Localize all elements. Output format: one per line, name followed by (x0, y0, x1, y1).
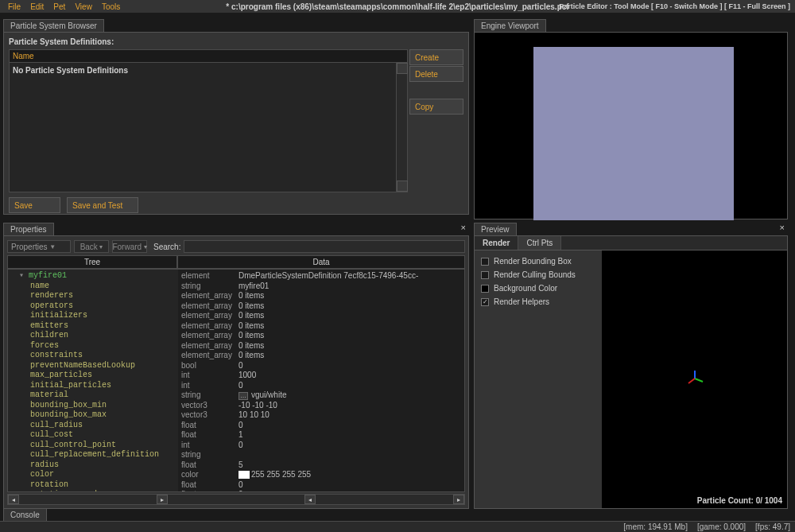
property-data-item[interactable]: vector3-10 -10 -10 (178, 401, 464, 411)
property-data-item[interactable]: stringmyfire01 (178, 282, 464, 292)
property-tree-item[interactable]: cull_cost (11, 430, 178, 441)
menu-tools[interactable]: Tools (97, 2, 125, 12)
render-helpers-checkbox[interactable] (481, 298, 489, 306)
search-input[interactable] (184, 240, 465, 253)
save-and-test-button[interactable]: Save and Test (67, 197, 138, 213)
preview-close-icon[interactable]: × (780, 223, 785, 232)
property-tree-item[interactable]: initializers (11, 311, 178, 321)
menu-file[interactable]: File (3, 2, 25, 12)
menu-pet[interactable]: Pet (48, 2, 70, 12)
property-tree-item[interactable]: initial_particles (11, 381, 178, 391)
scroll-right-button-2[interactable]: ▸ (453, 495, 464, 504)
render-helpers-label: Render Helpers (494, 297, 549, 306)
copy-button[interactable]: Copy (409, 99, 463, 115)
properties-hscrollbar[interactable]: ◂ ▸ ◂ ▸ (7, 494, 465, 505)
status-mem: [mem: 194.91 Mb] (623, 522, 688, 531)
property-data-item[interactable]: string (178, 450, 464, 460)
scroll-left-button[interactable]: ◂ (8, 495, 19, 504)
properties-combo[interactable]: Properties ▼ (7, 240, 71, 253)
property-tree-item[interactable]: operators (11, 301, 178, 312)
particle-count: Particle Count: 0/ 1004 (697, 496, 782, 505)
scroll-up-button[interactable] (397, 63, 408, 74)
property-data-item[interactable]: bool0 (178, 361, 464, 371)
property-data-item[interactable]: float0 (178, 490, 464, 491)
psb-tab[interactable]: Particle System Browser (3, 19, 104, 32)
background-color-swatch[interactable] (481, 285, 489, 293)
preview-tab[interactable]: Preview (474, 223, 517, 235)
bounding-box-checkbox[interactable] (481, 258, 489, 266)
property-tree-item[interactable]: preventNameBasedLookup (11, 361, 178, 371)
property-data-item[interactable]: int0 (178, 381, 464, 391)
preview-viewport[interactable]: Particle Count: 0/ 1004 (602, 250, 787, 508)
create-button[interactable]: Create (409, 49, 463, 65)
property-tree-item[interactable]: color (11, 470, 178, 480)
property-tree-item[interactable]: cull_replacement_definition (11, 450, 178, 460)
property-data-item[interactable]: element_array0 items (178, 331, 464, 341)
property-tree-item[interactable]: material (11, 390, 178, 401)
property-tree-item[interactable]: emitters (11, 321, 178, 332)
property-tree-item[interactable]: max_particles (11, 371, 178, 381)
psb-empty-message: No Particle System Definitions (10, 63, 407, 78)
property-root-node[interactable]: myfire01 (11, 271, 178, 282)
property-data-item[interactable]: element_array0 items (178, 351, 464, 361)
svg-line-2 (688, 379, 695, 383)
properties-tab[interactable]: Properties (3, 223, 54, 235)
property-data-item[interactable]: float5 (178, 460, 464, 471)
scroll-left-button-2[interactable]: ◂ (304, 495, 316, 504)
property-tree-item[interactable]: cull_radius (11, 421, 178, 431)
viewport-render-area (533, 47, 734, 220)
property-row[interactable]: elementDmeParticleSystemDefinition 7ecf8… (178, 271, 464, 282)
data-column-header[interactable]: Data (177, 255, 465, 269)
property-tree-item[interactable]: cull_control_point (11, 441, 178, 451)
engine-viewport[interactable] (474, 32, 788, 219)
delete-button[interactable]: Delete (409, 66, 463, 82)
psb-definitions-list[interactable]: Name No Particle System Definitions (9, 49, 408, 192)
search-label: Search: (153, 243, 180, 251)
property-data-item[interactable]: element_array0 items (178, 311, 464, 321)
menu-view[interactable]: View (70, 2, 97, 12)
property-data-item[interactable]: element_array0 items (178, 341, 464, 351)
save-button[interactable]: Save (9, 197, 60, 213)
menu-edit[interactable]: Edit (25, 2, 48, 12)
culling-bounds-checkbox[interactable] (481, 271, 489, 279)
property-data-item[interactable]: element_array0 items (178, 291, 464, 301)
culling-bounds-label: Render Culling Bounds (494, 270, 576, 279)
ctrl-pts-tab[interactable]: Ctrl Pts (518, 236, 561, 250)
property-data-item[interactable]: float0 (178, 480, 464, 491)
properties-close-icon[interactable]: × (461, 223, 466, 232)
property-data-item[interactable]: element_array0 items (178, 301, 464, 312)
psb-scrollbar[interactable] (396, 63, 407, 192)
viewport-tab[interactable]: Engine Viewport (474, 19, 546, 32)
property-data-item[interactable]: color255 255 255 255 (178, 470, 464, 480)
property-tree-item[interactable]: name (11, 282, 178, 292)
properties-grid[interactable]: myfire01namerenderersoperatorsinitialize… (7, 269, 465, 492)
scroll-right-button[interactable]: ▸ (157, 495, 168, 504)
property-data-item[interactable]: float1 (178, 430, 464, 441)
console-tab[interactable]: Console (3, 508, 47, 521)
property-tree-item[interactable]: renderers (11, 291, 178, 301)
properties-panel: Properties × Properties ▼ Back ▾ Forward… (3, 223, 469, 509)
property-tree-item[interactable]: bounding_box_max (11, 410, 178, 421)
forward-button[interactable]: Forward ▾ (112, 240, 147, 253)
scroll-down-button[interactable] (397, 181, 408, 192)
engine-viewport-panel: Engine Viewport (474, 19, 788, 218)
property-tree-item[interactable]: constraints (11, 351, 178, 361)
property-tree-item[interactable]: radius (11, 460, 178, 471)
tree-column-header[interactable]: Tree (7, 255, 177, 269)
property-tree-item[interactable]: rotation_speed (11, 490, 178, 491)
background-color-label: Background Color (494, 284, 557, 293)
property-tree-item[interactable]: children (11, 331, 178, 341)
property-data-item[interactable]: vector310 10 10 (178, 410, 464, 421)
property-tree-item[interactable]: rotation (11, 480, 178, 491)
header-mode-status: Particle Editor : Tool Mode [ F10 - Swit… (559, 2, 790, 10)
property-data-item[interactable]: element_array0 items (178, 321, 464, 332)
back-button[interactable]: Back ▾ (74, 240, 109, 253)
property-tree-item[interactable]: forces (11, 341, 178, 351)
render-tab[interactable]: Render (475, 236, 518, 250)
psb-name-column[interactable]: Name (10, 50, 407, 63)
property-data-item[interactable]: int1000 (178, 371, 464, 381)
property-data-item[interactable]: float0 (178, 421, 464, 431)
property-data-item[interactable]: int0 (178, 441, 464, 451)
property-data-item[interactable]: string…vgui/white (178, 390, 464, 401)
property-tree-item[interactable]: bounding_box_min (11, 401, 178, 411)
